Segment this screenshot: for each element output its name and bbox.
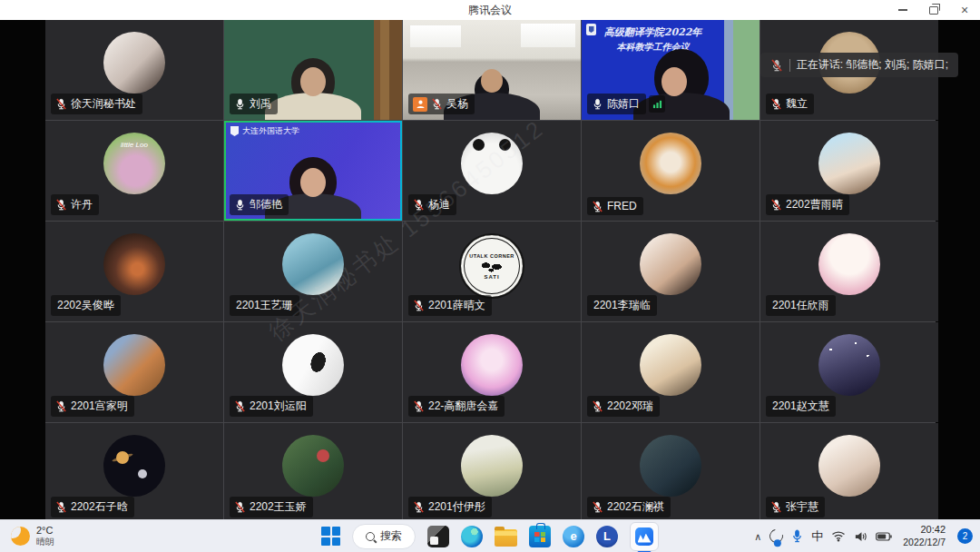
mic-muted-icon xyxy=(55,501,67,513)
participant-avatar xyxy=(282,435,344,497)
lenovo-app-icon[interactable]: L xyxy=(596,526,618,547)
participant-tile[interactable]: 2201赵文慧 xyxy=(760,322,938,422)
participant-tile[interactable]: 2202王玉娇 xyxy=(224,423,402,523)
participant-avatar xyxy=(103,32,165,94)
participant-avatar xyxy=(818,233,880,295)
participant-name-tag: 2201赵文慧 xyxy=(766,396,836,417)
search-label: 搜索 xyxy=(380,528,402,544)
participant-tile[interactable]: 2202石澜祺 xyxy=(582,423,760,523)
mic-on-icon xyxy=(592,98,603,110)
participant-name: 吴杨 xyxy=(446,96,468,112)
participant-name: 张宇慧 xyxy=(786,499,818,515)
weather-temp: 2°C xyxy=(36,525,54,537)
participant-tile[interactable]: 2201刘运阳 xyxy=(224,322,402,422)
participant-name: 杨迪 xyxy=(428,197,450,212)
participant-name-tag: 2202石澜祺 xyxy=(587,497,671,518)
participant-name-tag: 刘禹 xyxy=(230,94,278,114)
participant-tile[interactable]: 高级翻译学院2022年本科教学工作会议陈婧口 xyxy=(582,20,760,120)
participant-tile[interactable]: 张宇慧 xyxy=(760,423,938,523)
e-app-icon[interactable]: e xyxy=(563,526,584,547)
speaking-toast-text: 正在讲话: 邹德艳; 刘禹; 陈婧口; xyxy=(797,57,948,73)
participant-avatar: UTALK CORNERSATI xyxy=(459,233,524,299)
mic-muted-icon xyxy=(592,400,603,412)
title-bar: 腾讯会议 × xyxy=(0,0,980,20)
participant-tile[interactable]: 大连外国语大学邹德艳 xyxy=(224,121,402,221)
mic-on-icon xyxy=(234,98,246,110)
participant-tile[interactable]: 2201王艺珊 xyxy=(224,222,402,321)
participant-tile[interactable]: 刘禹 xyxy=(224,20,402,120)
microsoft-store-icon[interactable] xyxy=(529,526,551,547)
participant-name-tag: 邹德艳 xyxy=(230,194,289,215)
weather-widget[interactable]: 2°C 晴朗 xyxy=(11,525,54,547)
participant-avatar: little Loo xyxy=(103,133,165,194)
participant-tile[interactable]: 2201李瑞临 xyxy=(582,222,760,321)
edge-browser-icon[interactable] xyxy=(461,526,483,547)
participant-name: 陈婧口 xyxy=(607,96,640,112)
participant-avatar xyxy=(461,435,523,497)
participant-avatar xyxy=(640,334,701,396)
participant-name: 2201李瑞临 xyxy=(593,298,651,313)
participant-tile[interactable]: 2201宫家明 xyxy=(45,322,223,422)
search-icon xyxy=(366,532,375,541)
taskview-app-icon[interactable] xyxy=(427,526,449,547)
participant-name-tag: 2201王艺珊 xyxy=(230,295,299,316)
participant-tile[interactable]: little Loo许丹 xyxy=(45,121,223,221)
participant-name: 2201赵文慧 xyxy=(772,399,829,414)
participant-tile[interactable]: 22-高翻唐会嘉 xyxy=(403,322,581,422)
notification-badge[interactable]: 2 xyxy=(957,528,973,544)
participant-tile[interactable]: FRED xyxy=(582,121,760,221)
participant-name: 2202曹雨晴 xyxy=(786,197,843,212)
participant-name-tag: 2202邓瑞 xyxy=(587,396,660,417)
participant-name-tag: 2201付伊彤 xyxy=(408,497,492,518)
search-box[interactable]: 搜索 xyxy=(352,524,416,549)
participant-avatar xyxy=(282,233,344,295)
participant-name-tag: 徐天润秘书处 xyxy=(51,94,142,114)
taskbar: 2°C 晴朗 搜索 e L ∧ 中 20:42 xyxy=(0,519,980,552)
participant-tile[interactable]: UTALK CORNERSATI2201薛晴文 xyxy=(403,222,581,321)
participant-name-tag: 2202王玉娇 xyxy=(230,497,313,518)
minimize-button[interactable] xyxy=(887,0,918,20)
participant-name: 22-高翻唐会嘉 xyxy=(428,399,498,414)
mic-muted-icon xyxy=(413,199,425,211)
participant-name-tag: 2201宫家明 xyxy=(51,396,134,417)
tray-clock[interactable]: 20:42 2022/12/7 xyxy=(903,524,946,548)
window-title: 腾讯会议 xyxy=(468,3,512,18)
participant-tile[interactable]: 2202邓瑞 xyxy=(582,322,760,422)
participant-tile[interactable]: 2202石子晗 xyxy=(45,423,223,523)
restore-button[interactable] xyxy=(918,0,949,20)
participant-tile[interactable]: 2201任欣雨 xyxy=(760,222,938,321)
mic-muted-icon xyxy=(234,501,246,513)
battery-icon[interactable] xyxy=(876,532,892,541)
sync-icon[interactable] xyxy=(769,529,783,543)
participant-name: 徐天润秘书处 xyxy=(71,96,136,112)
participant-tile[interactable]: 杨迪 xyxy=(403,121,581,221)
speaking-toast: 正在讲话: 邹德艳; 刘禹; 陈婧口; xyxy=(760,53,958,77)
participant-tile[interactable]: 2202曹雨晴 xyxy=(760,121,938,221)
participant-name-tag: 魏立 xyxy=(766,94,814,114)
volume-icon[interactable] xyxy=(854,531,867,542)
mic-muted-icon xyxy=(234,400,246,412)
participant-tile[interactable]: 徐天润秘书处 xyxy=(45,20,223,120)
tencent-meeting-logo xyxy=(635,527,653,546)
participant-tile[interactable]: 2202吴俊晔 xyxy=(45,222,223,321)
tencent-meeting-taskbar-icon[interactable] xyxy=(630,522,659,551)
participant-name-tag: FRED xyxy=(587,197,643,215)
mic-muted-icon xyxy=(770,199,782,211)
participant-name: 2202石澜祺 xyxy=(607,499,664,515)
mic-muted-icon xyxy=(413,400,425,412)
close-button[interactable]: × xyxy=(949,0,980,20)
participant-avatar xyxy=(103,334,165,396)
participant-name-tag: 2201刘运阳 xyxy=(230,396,313,417)
participant-tile[interactable]: 2201付伊彤 xyxy=(403,423,581,523)
participant-tile[interactable]: 吴杨 xyxy=(403,20,581,120)
file-explorer-icon[interactable] xyxy=(495,529,517,547)
mic-muted-icon xyxy=(592,501,603,513)
wifi-icon[interactable] xyxy=(831,530,846,542)
participant-avatar xyxy=(818,435,880,497)
start-button[interactable] xyxy=(321,527,340,546)
tray-expand-icon[interactable]: ∧ xyxy=(754,531,761,543)
tray-mic-icon[interactable] xyxy=(791,529,803,543)
ime-indicator[interactable]: 中 xyxy=(811,528,823,545)
toast-divider xyxy=(789,59,790,72)
participant-name-tag: 2201薛晴文 xyxy=(408,295,492,316)
